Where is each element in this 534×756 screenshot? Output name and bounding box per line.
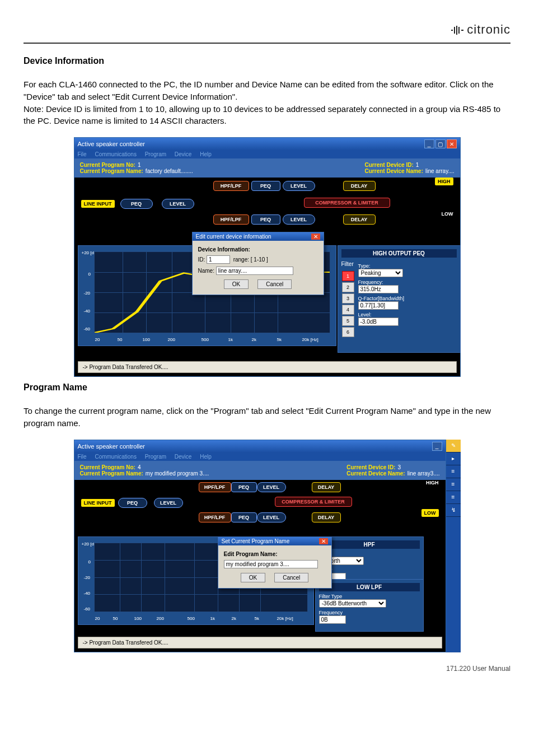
ok2-button[interactable]: OK bbox=[241, 573, 265, 582]
x2-8: 20k [Hz] bbox=[277, 616, 293, 621]
hpf-l-2[interactable]: HPF/LPF bbox=[199, 512, 231, 522]
paragraph-program-name: To change the current program name, clic… bbox=[24, 405, 510, 430]
delay-l-2[interactable]: DELAY bbox=[312, 512, 341, 522]
y2-1: -20 bbox=[84, 575, 91, 580]
menu-bar-2: File Communications Program Device Help bbox=[74, 452, 446, 461]
peq-h-2[interactable]: PEQ bbox=[231, 482, 257, 492]
hpf-low-block[interactable]: HPF/LPF bbox=[213, 214, 249, 225]
x2-2: 100 bbox=[134, 616, 142, 621]
peq-low-block[interactable]: PEQ bbox=[251, 214, 280, 225]
id-input[interactable] bbox=[207, 255, 230, 264]
heading-program-name: Program Name bbox=[24, 382, 510, 393]
header-bar-2: Current Program No:4 Current Program Nam… bbox=[74, 461, 446, 480]
level-input-block[interactable]: LEVEL bbox=[162, 199, 194, 209]
filter-1[interactable]: 1 bbox=[342, 271, 354, 281]
minimize-2[interactable]: _ bbox=[432, 442, 442, 451]
val2-dev-name: line array3.... bbox=[407, 470, 440, 477]
val-dev-name: line array.... bbox=[425, 168, 455, 174]
filter-2[interactable]: 2 bbox=[342, 282, 354, 292]
q-label: Q-Factor[Bandwidth] bbox=[358, 296, 405, 301]
lbl2-prog-name: Current Program Name: bbox=[80, 470, 143, 477]
lbl-dev-id: Current Device ID: bbox=[365, 162, 414, 168]
menu2-comm[interactable]: Communications bbox=[95, 454, 136, 460]
lvl-in-2[interactable]: LEVEL bbox=[154, 498, 183, 508]
close-button[interactable]: ✕ bbox=[447, 139, 457, 148]
val-prog-name: factory default........ bbox=[146, 168, 193, 174]
lbl-prog-no: Current Program No: bbox=[80, 162, 135, 168]
range-label: range: [ 1-10 ] bbox=[233, 256, 268, 263]
x2-3: 200 bbox=[157, 616, 164, 621]
lbl-dev-name: Current Device Name: bbox=[365, 168, 423, 174]
cancel-button[interactable]: Cancel bbox=[257, 279, 292, 289]
app-window: Active speaker controller _ ▢ ✕ File Com… bbox=[74, 137, 461, 377]
filter-5[interactable]: 5 bbox=[342, 316, 354, 326]
tool-6[interactable]: ↯ bbox=[446, 504, 461, 517]
lvl-h-2[interactable]: LEVEL bbox=[257, 482, 286, 492]
page: citronic Device Information For each CLA… bbox=[0, 0, 534, 684]
y2-0: 0 bbox=[88, 559, 91, 564]
val2-prog-no: 4 bbox=[138, 464, 141, 470]
lpf-type-select[interactable]: -36dB Butterworth bbox=[319, 599, 386, 608]
window-titlebar-2: Active speaker controller _ bbox=[74, 440, 446, 452]
freq-label: Frequency: bbox=[358, 279, 405, 285]
menu-communications[interactable]: Communications bbox=[95, 151, 136, 157]
filter-3[interactable]: 3 bbox=[342, 293, 354, 304]
lpf-freq-input[interactable]: 0B bbox=[319, 615, 346, 624]
peq-l-2[interactable]: PEQ bbox=[231, 512, 257, 522]
footer-text: 171.220 User Manual bbox=[24, 658, 510, 673]
hpf-type-label: Type bbox=[319, 551, 420, 557]
maximize-button[interactable]: ▢ bbox=[435, 139, 446, 148]
menu2-file[interactable]: File bbox=[78, 454, 87, 460]
filter-6[interactable]: 6 bbox=[342, 327, 354, 337]
progname-input[interactable] bbox=[224, 560, 318, 568]
menu2-program[interactable]: Program bbox=[145, 454, 166, 460]
peq-panel: HIGH OUTPUT PEQ Filter 1 2 3 4 5 6 bbox=[338, 245, 461, 353]
label-low: LOW bbox=[442, 211, 453, 217]
peq-input-block[interactable]: PEQ bbox=[120, 199, 153, 209]
menu-file[interactable]: File bbox=[78, 151, 87, 157]
minimize-button[interactable]: _ bbox=[424, 139, 434, 148]
peq-in-2[interactable]: PEQ bbox=[118, 498, 147, 508]
cancel2-button[interactable]: Cancel bbox=[274, 573, 308, 582]
tool-5[interactable]: ≡ bbox=[446, 491, 461, 504]
dialog-header: Device Information: bbox=[198, 246, 318, 253]
level-high-block[interactable]: LEVEL bbox=[283, 181, 315, 191]
name-label: Name: bbox=[198, 268, 214, 274]
hpf-high-block[interactable]: HPF/LPF bbox=[213, 181, 249, 191]
menu2-device[interactable]: Device bbox=[175, 454, 192, 460]
lbl2-dev-name: Current Device Name: bbox=[346, 470, 405, 477]
tool-1[interactable]: ✎ bbox=[446, 440, 461, 452]
q-input[interactable]: 0.77[1.30] bbox=[358, 301, 399, 310]
xtick-5: 1k bbox=[228, 337, 233, 342]
menu-device[interactable]: Device bbox=[175, 151, 192, 157]
ok-button[interactable]: OK bbox=[224, 279, 249, 289]
name-input[interactable] bbox=[216, 267, 293, 275]
delay-h-2[interactable]: DELAY bbox=[312, 482, 341, 492]
dialog2-close[interactable]: ✕ bbox=[319, 538, 328, 544]
delay-high-block[interactable]: DELAY bbox=[343, 181, 376, 191]
xtick-7: 5k bbox=[277, 337, 282, 342]
val2-prog-name: my modified program 3.... bbox=[146, 470, 209, 477]
freq-input[interactable]: 315.0Hz bbox=[358, 285, 399, 293]
level-low-block[interactable]: LEVEL bbox=[283, 214, 315, 225]
dialog-close[interactable]: ✕ bbox=[311, 234, 320, 240]
menu-program[interactable]: Program bbox=[145, 151, 166, 157]
peq-high-block[interactable]: PEQ bbox=[251, 181, 280, 191]
level-input[interactable]: -3.0dB bbox=[358, 318, 399, 326]
filter-4[interactable]: 4 bbox=[342, 305, 354, 315]
menu-help[interactable]: Help bbox=[200, 151, 212, 157]
window-titlebar: Active speaker controller _ ▢ ✕ bbox=[74, 138, 460, 150]
comp-2[interactable]: COMPRESSOR & LIMITER bbox=[275, 497, 352, 507]
lvl-l-2[interactable]: LEVEL bbox=[257, 512, 286, 522]
delay-low-block[interactable]: DELAY bbox=[343, 214, 376, 225]
hpf-h-2[interactable]: HPF/LPF bbox=[199, 482, 231, 492]
menu2-help[interactable]: Help bbox=[200, 454, 212, 460]
ytick-1: -20 bbox=[84, 291, 91, 296]
badge-high: HIGH bbox=[435, 178, 453, 185]
tool-3[interactable]: ≡ bbox=[446, 465, 461, 478]
tool-4[interactable]: ≡ bbox=[446, 478, 461, 491]
type-select[interactable]: Peaking bbox=[358, 269, 403, 277]
tool-2[interactable]: ▸ bbox=[446, 452, 461, 465]
xtick-2: 100 bbox=[143, 337, 150, 342]
compressor-block[interactable]: COMPRESSOR & LIMITER bbox=[304, 198, 390, 208]
